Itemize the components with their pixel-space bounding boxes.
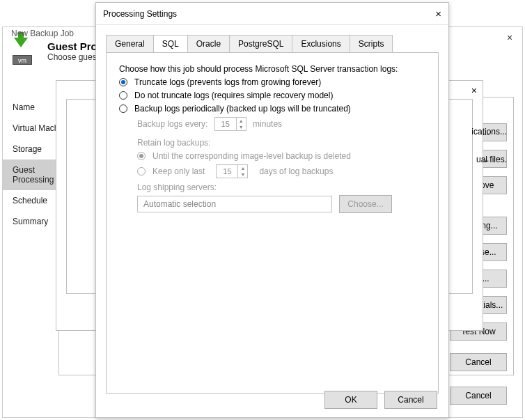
tab-scripts[interactable]: Scripts [350,35,393,52]
backup-every-unit: minutes [253,119,282,129]
inner-cancel-button[interactable]: Cancel [450,353,507,371]
tab-general[interactable]: General [106,35,154,52]
backup-every-spinner: 15 ▲▼ [214,117,246,131]
radio-no-truncate-label: Do not truncate logs (requires simple re… [134,91,333,100]
keep-only-spinner: 15 ▲▼ [216,164,248,178]
radio-no-truncate[interactable] [119,91,127,100]
radio-keep-only-pre: Keep only last [152,166,205,176]
radio-backup-periodically-label: Backup logs periodically (backed up logs… [134,104,351,114]
ship-input: Automatic selection [137,196,332,212]
txt-fragment: ual files. [465,155,507,164]
tab-oracle[interactable]: Oracle [187,35,230,52]
wizard-title: New Backup Job [11,29,74,38]
chevron-down-icon: ▼ [237,124,246,130]
dialog-title: Processing Settings [103,9,177,19]
backup-every-label: Backup logs every: [137,119,207,129]
radio-truncate-label: Truncate logs (prevents logs from growin… [134,77,321,87]
radio-truncate[interactable] [119,78,127,86]
ok-button[interactable]: OK [324,391,377,409]
radio-retain-until [137,152,146,160]
choose-button: Choose... [339,195,392,213]
radio-keep-only-post: days of log backups [259,166,333,176]
dialog-close-icon[interactable]: × [435,8,441,20]
tab-postgresql[interactable]: PostgreSQL [229,35,292,52]
radio-keep-only [137,167,146,176]
radio-backup-periodically[interactable] [119,104,127,113]
applications-close-icon[interactable]: × [471,85,477,96]
retain-label: Retain log backups: [137,138,425,148]
ship-label: Log shipping servers: [137,182,425,192]
tab-sql[interactable]: SQL [153,35,188,52]
wizard-cancel-button[interactable]: Cancel [450,387,507,405]
chevron-up-icon: ▲ [237,118,246,124]
wizard-logo: vm [10,36,40,66]
sql-intro: Choose how this job should process Micro… [119,64,425,74]
radio-retain-until-label: Until the corresponding image-level back… [152,151,351,161]
cancel-button[interactable]: Cancel [384,391,437,409]
tab-exclusions[interactable]: Exclusions [292,35,350,52]
txt-fragment: ications... [465,127,507,137]
wizard-close-icon[interactable]: × [500,31,519,45]
processing-settings-dialog: Processing Settings × GeneralSQLOraclePo… [95,2,449,418]
